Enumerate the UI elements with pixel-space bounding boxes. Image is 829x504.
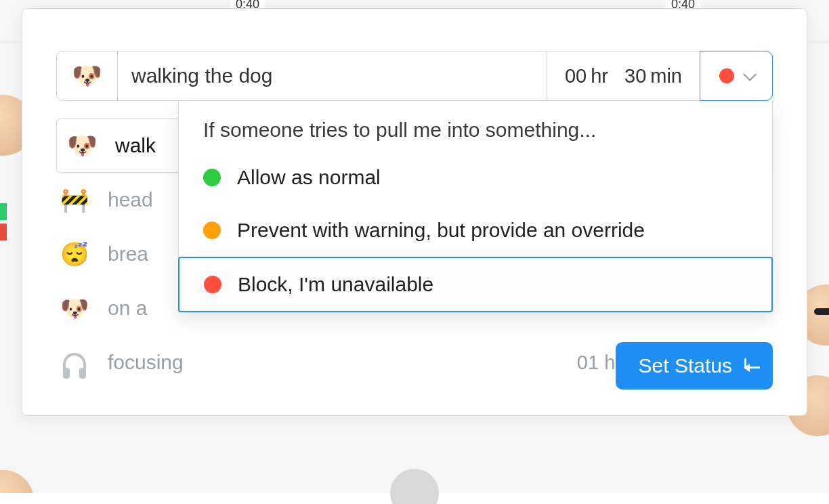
status-emoji: 🐶 (72, 62, 102, 90)
status-dialog: 🐶 00hr 30min 🐶 walk 🚧 head 😴 brea (22, 8, 807, 416)
set-status-button[interactable]: Set Status (616, 342, 773, 390)
green-dot-icon (203, 169, 221, 186)
duration-minutes-unit: min (650, 65, 682, 87)
set-status-label: Set Status (639, 354, 732, 377)
enter-key-icon (744, 361, 750, 371)
construction-icon: 🚧 (60, 186, 89, 214)
orange-dot-icon (203, 222, 221, 239)
sleep-icon: 😴 (60, 240, 89, 268)
headphones-icon (60, 348, 89, 377)
availability-dropdown-title: If someone tries to pull me into somethi… (179, 101, 772, 151)
availability-option-label: Block, I'm unavailable (238, 273, 433, 296)
availability-dropdown-toggle[interactable] (700, 51, 773, 101)
availability-dropdown: If someone tries to pull me into somethi… (178, 101, 773, 312)
status-emoji-picker[interactable]: 🐶 (57, 51, 118, 100)
preset-label: focusing (108, 351, 184, 374)
dog-icon: 🐶 (60, 294, 89, 322)
availability-option-label: Prevent with warning, but provide an ove… (237, 219, 645, 242)
dog-icon: 🐶 (68, 131, 96, 160)
preset-label: head (108, 188, 153, 211)
duration-picker[interactable]: 00hr 30min (547, 51, 700, 100)
preset-label: on a (108, 297, 147, 320)
chevron-down-icon (743, 68, 757, 81)
duration-hours-unit: hr (591, 65, 608, 87)
availability-dot-icon (719, 68, 734, 83)
status-input-row: 🐶 00hr 30min (56, 51, 773, 101)
availability-option-warn[interactable]: Prevent with warning, but provide an ove… (179, 204, 772, 257)
red-dot-icon (204, 276, 221, 293)
duration-minutes: 30 (624, 65, 646, 87)
availability-option-allow[interactable]: Allow as normal (179, 151, 772, 204)
duration-hours: 00 (565, 65, 587, 87)
preset-label: walk (115, 134, 156, 157)
availability-option-label: Allow as normal (237, 166, 381, 189)
status-text-input[interactable] (118, 51, 547, 100)
preset-label: brea (108, 243, 148, 266)
availability-option-block[interactable]: Block, I'm unavailable (178, 257, 773, 312)
